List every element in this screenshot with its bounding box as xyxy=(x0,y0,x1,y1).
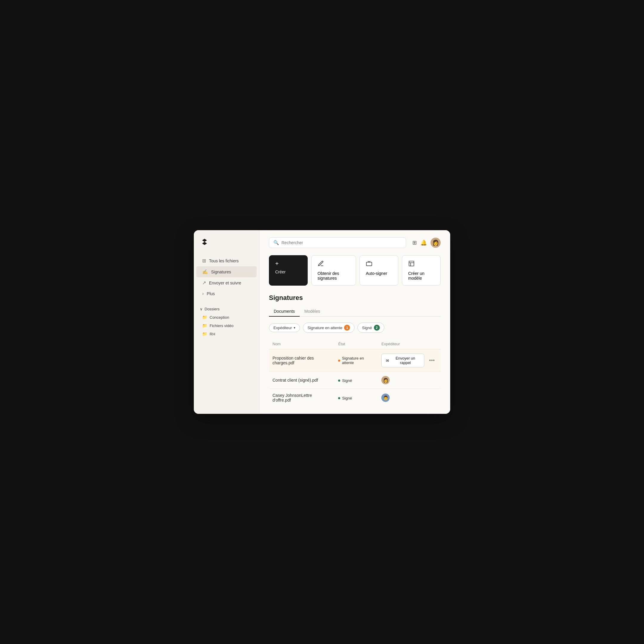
app-logo xyxy=(194,237,259,255)
avatar: 👨 xyxy=(381,394,390,402)
search-bar[interactable]: 🔍 xyxy=(269,237,406,248)
action-cards: + Créer Obtenir des signatures Auto-sign… xyxy=(269,255,441,286)
plus-icon: + xyxy=(275,260,279,267)
table-row: Proposition cahier des charges.pdf Signa… xyxy=(269,349,441,372)
doc-expediteur-1: ✉ Envoyer un rappel ••• xyxy=(378,349,441,372)
filter-bar: Expéditeur ▾ Signature en attente 1 Sign… xyxy=(269,323,441,333)
top-bar-actions: ⊞ 🔔 👩 xyxy=(412,238,441,248)
chevron-down-icon: ∨ xyxy=(200,307,203,311)
filter-signe[interactable]: Signé 2 xyxy=(357,323,384,333)
doc-status-2: Signé xyxy=(335,372,378,389)
action-cell: ✉ Envoyer un rappel ••• xyxy=(381,354,437,367)
signature-icon: ✍ xyxy=(202,269,208,275)
filter-signature-attente[interactable]: Signature en attente 1 xyxy=(303,323,354,333)
sidebar-item-envoyer-suivre[interactable]: ↗ Envoyer et suivre xyxy=(196,277,257,288)
search-input[interactable] xyxy=(281,240,402,245)
folder-icon: 📁 xyxy=(202,315,207,320)
auto-sign-icon xyxy=(366,260,372,269)
top-bar: 🔍 ⊞ 🔔 👩 xyxy=(269,237,441,248)
col-header-expediteur: Expéditeur xyxy=(378,339,441,349)
sidebar-item-tous-fichiers[interactable]: ⊞ Tous les fichiers xyxy=(196,255,257,266)
table-row: Casey JohnsonLettre d'offre.pdf Signé 👨 xyxy=(269,389,441,407)
sidebar-item-plus[interactable]: › Plus xyxy=(196,288,257,299)
svg-rect-0 xyxy=(409,261,414,266)
grid-icon: ⊞ xyxy=(202,258,206,264)
doc-status-1: Signature en attente xyxy=(335,349,378,372)
page-title: Signatures xyxy=(269,294,441,302)
chevron-down-icon: ▾ xyxy=(294,326,295,330)
folder-icon: 📁 xyxy=(202,332,207,336)
dossiers-section: ∨ Dossiers 📁 Conception 📁 Fichiers vidéo… xyxy=(194,305,259,338)
doc-name-2: Contrat client (signé).pdf xyxy=(269,372,335,389)
doc-expediteur-3: 👨 xyxy=(378,389,441,407)
send-icon: ↗ xyxy=(202,280,206,286)
doc-expediteur-2: 👩 xyxy=(378,372,441,389)
col-header-etat: État xyxy=(335,339,378,349)
col-header-nom: Nom xyxy=(269,339,335,349)
apps-grid-icon[interactable]: ⊞ xyxy=(412,239,417,246)
notifications-bell-icon[interactable]: 🔔 xyxy=(420,239,427,246)
doc-name-3: Casey JohnsonLettre d'offre.pdf xyxy=(269,389,335,407)
sidebar: ⊞ Tous les fichiers ✍ Signatures ↗ Envoy… xyxy=(194,230,259,414)
expediteur-cell: 👩 xyxy=(381,376,437,384)
pending-badge: 1 xyxy=(344,325,350,331)
dossiers-header[interactable]: ∨ Dossiers xyxy=(200,305,253,313)
template-icon xyxy=(408,260,415,269)
create-template-button[interactable]: Créer un modèle xyxy=(402,255,441,286)
user-avatar[interactable]: 👩 xyxy=(431,238,441,248)
more-options-button[interactable]: ••• xyxy=(427,356,437,365)
table-row: Contrat client (signé).pdf Signé 👩 xyxy=(269,372,441,389)
status-dot-signed xyxy=(338,380,340,382)
folder-item-rh[interactable]: 📁 RH xyxy=(200,330,253,338)
signed-badge: 2 xyxy=(374,325,380,331)
search-icon: 🔍 xyxy=(273,240,279,245)
tab-bar: Documents Modèles xyxy=(269,306,441,317)
tab-modeles[interactable]: Modèles xyxy=(300,306,325,317)
send-reminder-button[interactable]: ✉ Envoyer un rappel xyxy=(381,354,424,367)
envelope-icon: ✉ xyxy=(386,358,389,363)
auto-sign-button[interactable]: Auto-signer xyxy=(360,255,398,286)
avatar: 👩 xyxy=(381,376,390,384)
signatures-icon xyxy=(318,260,324,269)
status-dot-pending xyxy=(338,360,340,362)
filter-expediteur[interactable]: Expéditeur ▾ xyxy=(269,323,300,332)
doc-status-3: Signé xyxy=(335,389,378,407)
doc-name-1: Proposition cahier des charges.pdf xyxy=(269,349,335,372)
obtain-signatures-button[interactable]: Obtenir des signatures xyxy=(311,255,356,286)
expediteur-cell: 👨 xyxy=(381,394,437,402)
documents-table: Nom État Expéditeur Proposition cahier d… xyxy=(269,339,441,407)
create-button[interactable]: + Créer xyxy=(269,255,308,286)
folder-item-conception[interactable]: 📁 Conception xyxy=(200,313,253,321)
sidebar-item-signatures[interactable]: ✍ Signatures xyxy=(196,266,257,277)
status-dot-signed xyxy=(338,397,340,399)
tab-documents[interactable]: Documents xyxy=(269,306,300,317)
more-icon: › xyxy=(202,291,204,296)
main-content: 🔍 ⊞ 🔔 👩 + Créer xyxy=(259,230,450,414)
folder-item-fichiers-video[interactable]: 📁 Fichiers vidéo xyxy=(200,321,253,330)
folder-icon: 📁 xyxy=(202,323,207,328)
